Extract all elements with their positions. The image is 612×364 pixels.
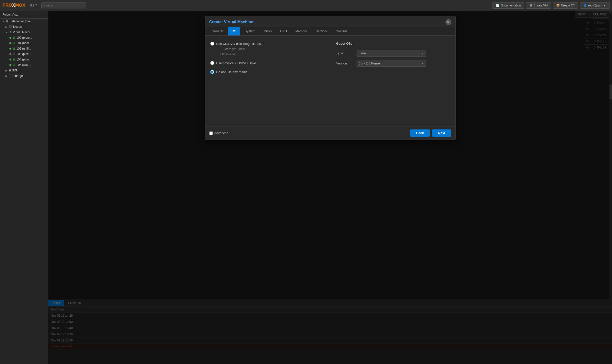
storage-value: local <box>239 47 245 51</box>
sidebar-item-label: 105 (waz... <box>16 63 31 67</box>
advanced-checkbox[interactable] <box>209 131 213 135</box>
cdrom-option-group: Use CD/DVD disc image file (iso) Storage… <box>210 42 326 56</box>
create-vm-button[interactable]: 🖥 Create VM <box>526 2 551 9</box>
sidebar-item-vm-103[interactable]: 🖥 103 (plex... <box>0 51 48 57</box>
sidebar-item-label: 100 (picru... <box>16 36 32 39</box>
next-button[interactable]: Next <box>432 129 451 137</box>
physical-radio[interactable] <box>210 61 214 65</box>
no-media-radio[interactable] <box>210 70 214 74</box>
nodes-icon: ⬛ <box>8 25 12 29</box>
sidebar-item-datacenter[interactable]: ▼ ⊞ Datacenter (pve <box>0 19 48 24</box>
modal-footer: Advanced Back Next <box>205 126 455 140</box>
chevron-down-icon: ▼ <box>5 31 8 34</box>
chevron-right-icon: ▶ <box>5 26 7 28</box>
version-label: Version: <box>336 61 354 65</box>
documentation-button[interactable]: 📄 Documentation <box>492 2 524 9</box>
sidebar-item-label: 102 (unifi... <box>16 47 31 50</box>
back-button[interactable]: Back <box>410 129 430 137</box>
sidebar-item-vm-102[interactable]: 🖥 102 (unifi... <box>0 46 48 51</box>
logo-text: PROXMOX <box>2 3 25 8</box>
search-input[interactable] <box>41 2 86 8</box>
no-media-radio-option[interactable]: Do not use any media <box>210 70 326 74</box>
sidebar-item-virtual-machines[interactable]: ▼ 🖥 Virtual Machi... <box>0 30 48 35</box>
physical-radio-option[interactable]: Use physical CD/DVD Drive <box>210 61 326 65</box>
tab-memory[interactable]: Memory <box>291 27 311 35</box>
type-select-wrapper: Linux Windows Solaris Other <box>357 50 426 57</box>
sidebar-item-vm-100[interactable]: 🖥 100 (picru... <box>0 35 48 40</box>
sidebar-item-storage[interactable]: ▶ 🗄 Storage <box>0 73 48 79</box>
tab-confirm[interactable]: Confirm <box>332 27 351 35</box>
vm-icon: 🖥 <box>529 4 532 7</box>
cdrom-label[interactable]: Use CD/DVD disc image file (iso) <box>216 42 264 46</box>
vm-icon: 🖥 <box>12 36 15 39</box>
version-row: Version: 6.x - 2.6 Kernel 5.x - 2.6 Kern… <box>336 60 450 67</box>
iso-image-field: ISO image: <box>216 52 326 56</box>
status-dot <box>9 37 11 39</box>
sidebar-item-label: 101 (hom... <box>16 41 31 45</box>
chevron-down-icon: ▼ <box>2 20 5 23</box>
user-menu[interactable]: 👤 root@pam ▼ <box>580 2 610 9</box>
vm-list-icon: 🖥 <box>9 30 12 34</box>
vm-icon: 🖥 <box>12 58 15 61</box>
sidebar-item-label: Virtual Machi... <box>13 30 32 34</box>
media-options: Use CD/DVD disc image file (iso) Storage… <box>210 42 326 120</box>
tab-network[interactable]: Network <box>311 27 331 35</box>
ct-icon: 📦 <box>556 4 560 7</box>
tab-os[interactable]: OS <box>228 27 240 35</box>
tab-general[interactable]: General <box>208 27 227 35</box>
modal-close-button[interactable]: ✕ <box>445 19 451 25</box>
sidebar-item-label: Nodes <box>13 25 22 29</box>
storage-label: Storage: <box>216 47 236 51</box>
main-layout: Folder View ▼ ⊞ Datacenter (pve ▶ ⬛ Node… <box>0 11 612 364</box>
guest-os-section: Guest OS: Type: Linux Windows Solaris Ot… <box>336 42 450 120</box>
no-media-label[interactable]: Do not use any media <box>216 70 247 74</box>
status-dot <box>9 64 11 66</box>
sidebar-item-label: 104 (piho... <box>16 58 31 61</box>
status-dot <box>9 53 11 55</box>
tab-system[interactable]: System <box>241 27 259 35</box>
sidebar-item-sdn[interactable]: ▶ ⊞ SDN <box>0 68 48 73</box>
chevron-right-icon: ▶ <box>5 75 7 77</box>
sidebar-item-label: SDN <box>12 69 18 72</box>
advanced-label[interactable]: Advanced <box>214 131 229 135</box>
cdrom-radio-option[interactable]: Use CD/DVD disc image file (iso) <box>210 42 326 46</box>
sidebar-item-vm-101[interactable]: 🖥 101 (hom... <box>0 40 48 46</box>
modal-overlay: Create: Virtual Machine ✕ General OS Sys… <box>48 11 612 364</box>
modal-title: Create: Virtual Machine <box>209 20 253 24</box>
sidebar-item-label: Storage <box>12 74 23 78</box>
type-row: Type: Linux Windows Solaris Other <box>336 50 450 57</box>
sidebar-item-vm-104[interactable]: 🖥 104 (piho... <box>0 57 48 62</box>
folder-view-label: Folder View <box>0 11 48 19</box>
doc-icon: 📄 <box>496 4 499 7</box>
status-dot <box>9 42 11 44</box>
sdn-icon: ⊞ <box>8 69 11 72</box>
modal-header: Create: Virtual Machine ✕ <box>205 16 455 27</box>
version-text: 8.2.7 <box>30 4 37 7</box>
sidebar-item-vm-105[interactable]: 🖥 105 (waz... <box>0 62 48 68</box>
modal-tabs: General OS System Disks CPU Me <box>205 27 455 36</box>
chevron-right-icon: ▶ <box>5 69 7 72</box>
advanced-option: Advanced <box>209 131 229 135</box>
tab-disks[interactable]: Disks <box>260 27 276 35</box>
logo: PROXMOX <box>2 3 25 8</box>
content-area: ? Help ory us... CPU usag % 0.4% of 4 % … <box>48 11 612 364</box>
version-select[interactable]: 6.x - 2.6 Kernel 5.x - 2.6 Kernel 4.x - … <box>357 60 426 67</box>
type-select[interactable]: Linux Windows Solaris Other <box>357 50 426 57</box>
sidebar-item-label: 103 (plex... <box>16 52 31 56</box>
vm-icon: 🖥 <box>12 63 15 67</box>
datacenter-icon: ⊞ <box>6 20 8 23</box>
vm-icon: 🖥 <box>12 52 15 56</box>
sidebar: Folder View ▼ ⊞ Datacenter (pve ▶ ⬛ Node… <box>0 11 48 364</box>
cdrom-radio[interactable] <box>210 42 214 46</box>
modal-body: Use CD/DVD disc image file (iso) Storage… <box>205 36 455 126</box>
iso-label: ISO image: <box>216 52 236 56</box>
topbar: PROXMOX 8.2.7 📄 Documentation 🖥 Create V… <box>0 0 612 11</box>
status-dot <box>9 48 11 50</box>
guest-os-title: Guest OS: <box>336 42 450 45</box>
create-ct-button[interactable]: 📦 Create CT <box>553 2 578 9</box>
physical-label[interactable]: Use physical CD/DVD Drive <box>216 61 256 65</box>
sidebar-item-nodes[interactable]: ▶ ⬛ Nodes <box>0 24 48 30</box>
tab-cpu[interactable]: CPU <box>276 27 291 35</box>
user-icon: 👤 <box>583 4 587 7</box>
sidebar-item-label: Datacenter (pve <box>9 20 31 23</box>
